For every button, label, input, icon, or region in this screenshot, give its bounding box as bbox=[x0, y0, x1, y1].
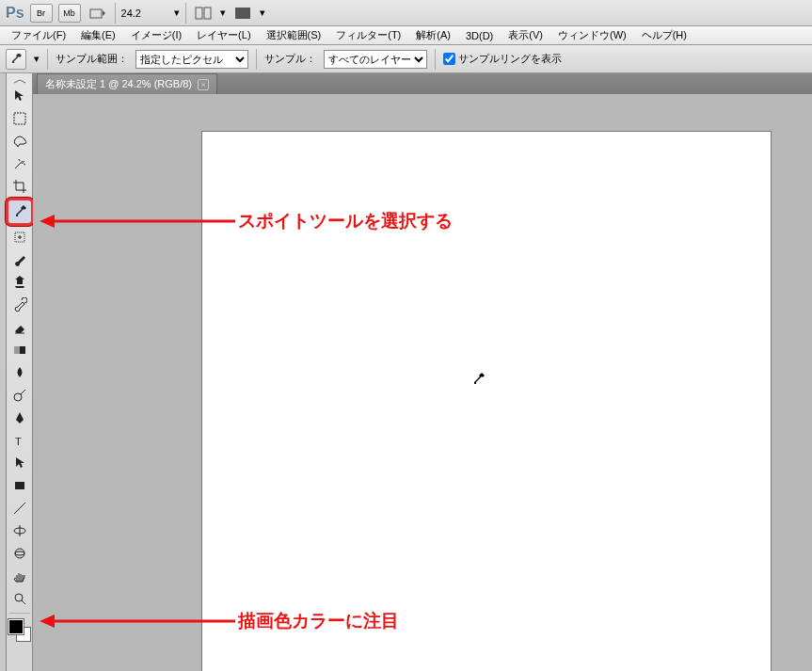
line-tool[interactable] bbox=[8, 497, 31, 519]
svg-point-13 bbox=[15, 551, 24, 555]
canvas[interactable] bbox=[202, 132, 771, 671]
menu-file[interactable]: ファイル(F) bbox=[4, 26, 73, 44]
menu-edit[interactable]: 編集(E) bbox=[73, 26, 123, 44]
menu-image[interactable]: イメージ(I) bbox=[123, 26, 189, 44]
foreground-color-swatch[interactable] bbox=[8, 619, 24, 634]
dropdown-arrow-icon[interactable]: ▾ bbox=[174, 7, 180, 19]
pen-tool[interactable] bbox=[8, 407, 31, 429]
menu-analysis[interactable]: 解析(A) bbox=[408, 26, 458, 44]
app-logo: Ps bbox=[6, 5, 24, 22]
history-brush-tool[interactable] bbox=[8, 294, 31, 316]
document-tab-title: 名称未設定 1 @ 24.2% (RGB/8) bbox=[45, 77, 192, 91]
eyedropper-cursor-icon bbox=[470, 372, 486, 387]
menu-bar: ファイル(F) 編集(E) イメージ(I) レイヤー(L) 選択範囲(S) フィ… bbox=[0, 26, 812, 45]
gradient-tool[interactable] bbox=[8, 339, 31, 361]
canvas-viewport[interactable] bbox=[33, 94, 812, 671]
hand-tool[interactable] bbox=[8, 565, 31, 587]
show-sample-ring-checkbox[interactable]: サンプルリングを表示 bbox=[443, 52, 562, 66]
svg-point-8 bbox=[14, 393, 22, 401]
svg-rect-2 bbox=[204, 8, 211, 19]
zoom-tool[interactable] bbox=[8, 587, 31, 610]
menu-3d[interactable]: 3D(D) bbox=[458, 28, 501, 43]
path-selection-tool[interactable] bbox=[8, 452, 31, 474]
view-extras-icon[interactable] bbox=[87, 4, 109, 23]
document-area: 名称未設定 1 @ 24.2% (RGB/8) × bbox=[33, 73, 812, 671]
separator bbox=[256, 49, 257, 70]
toolbox-separator bbox=[9, 613, 30, 614]
blur-tool[interactable] bbox=[8, 361, 31, 384]
arrange-docs-icon[interactable] bbox=[192, 4, 215, 23]
clone-stamp-tool[interactable] bbox=[8, 271, 31, 294]
sample-select[interactable]: すべてのレイヤー bbox=[324, 50, 427, 69]
svg-rect-7 bbox=[14, 346, 20, 354]
menu-help[interactable]: ヘルプ(H) bbox=[634, 26, 694, 44]
eyedropper-tool[interactable] bbox=[6, 198, 34, 226]
svg-point-12 bbox=[15, 549, 24, 558]
svg-rect-1 bbox=[196, 8, 202, 19]
dropdown-arrow-icon[interactable]: ▾ bbox=[34, 53, 40, 65]
tool-options-bar: ▾ サンプル範囲： 指定したピクセル サンプル： すべてのレイヤー サンプルリン… bbox=[0, 45, 812, 73]
separator bbox=[435, 49, 436, 70]
sample-range-label: サンプル範囲： bbox=[56, 52, 128, 66]
current-tool-icon[interactable] bbox=[6, 49, 26, 70]
svg-text:T: T bbox=[15, 436, 22, 447]
crop-tool[interactable] bbox=[8, 175, 31, 198]
3d-orbit-tool[interactable] bbox=[8, 542, 31, 565]
menu-filter[interactable]: フィルター(T) bbox=[328, 26, 408, 44]
magic-wand-tool[interactable] bbox=[8, 152, 31, 175]
svg-rect-0 bbox=[90, 9, 102, 18]
menu-view[interactable]: 表示(V) bbox=[501, 26, 550, 44]
svg-rect-10 bbox=[15, 482, 24, 489]
show-sample-ring-input[interactable] bbox=[443, 53, 455, 65]
color-swatches[interactable] bbox=[8, 618, 32, 647]
document-tab-strip: 名称未設定 1 @ 24.2% (RGB/8) × bbox=[33, 73, 812, 94]
close-tab-icon[interactable]: × bbox=[198, 79, 209, 90]
screen-mode-icon[interactable] bbox=[231, 4, 254, 23]
eraser-tool[interactable] bbox=[8, 316, 31, 339]
document-tab[interactable]: 名称未設定 1 @ 24.2% (RGB/8) × bbox=[37, 73, 217, 94]
left-ruler bbox=[0, 73, 7, 671]
separator bbox=[185, 3, 186, 24]
dropdown-arrow-icon[interactable]: ▾ bbox=[220, 7, 226, 19]
minibridge-button[interactable]: Mb bbox=[58, 4, 81, 23]
show-sample-ring-label: サンプルリングを表示 bbox=[458, 52, 562, 66]
sample-label: サンプル： bbox=[264, 52, 316, 66]
bridge-button[interactable]: Br bbox=[30, 4, 53, 23]
lasso-tool[interactable] bbox=[8, 130, 31, 152]
svg-rect-3 bbox=[235, 8, 250, 19]
type-tool[interactable]: T bbox=[8, 429, 31, 452]
menu-select[interactable]: 選択範囲(S) bbox=[259, 26, 329, 44]
menu-window[interactable]: ウィンドウ(W) bbox=[550, 26, 634, 44]
separator bbox=[115, 3, 116, 24]
dropdown-arrow-icon[interactable]: ▾ bbox=[260, 7, 265, 19]
healing-brush-tool[interactable] bbox=[8, 226, 31, 248]
svg-point-14 bbox=[15, 594, 23, 601]
dodge-tool[interactable] bbox=[8, 384, 31, 407]
svg-rect-4 bbox=[14, 113, 25, 124]
sample-range-select[interactable]: 指定したピクセル bbox=[135, 50, 248, 69]
menu-layer[interactable]: レイヤー(L) bbox=[189, 26, 258, 44]
separator bbox=[47, 49, 48, 70]
marquee-tool[interactable] bbox=[8, 107, 31, 130]
shape-tool[interactable] bbox=[8, 474, 31, 497]
move-tool[interactable] bbox=[8, 85, 31, 107]
toolbox: T bbox=[7, 73, 33, 671]
brush-tool[interactable] bbox=[8, 248, 31, 271]
zoom-level-input[interactable] bbox=[121, 4, 168, 23]
app-top-bar: Ps Br Mb ▾ ▾ ▾ bbox=[0, 0, 812, 26]
3d-rotate-tool[interactable] bbox=[8, 519, 31, 542]
